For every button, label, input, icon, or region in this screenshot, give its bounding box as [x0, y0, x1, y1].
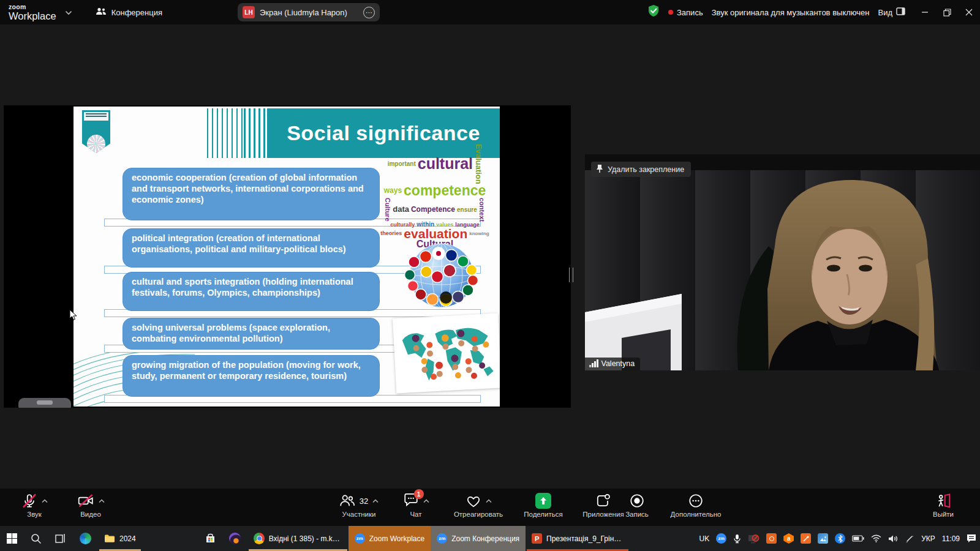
record-button[interactable]: Запись — [617, 492, 657, 518]
tab-meeting[interactable]: Конференция — [96, 7, 162, 18]
share-label: Поделиться — [524, 511, 563, 518]
close-button[interactable] — [958, 0, 980, 24]
participants-options-chevron[interactable] — [372, 499, 379, 503]
start-button[interactable] — [0, 526, 24, 551]
shared-screen-area: Social significance economic cooperation… — [4, 105, 571, 408]
edge-icon — [80, 533, 91, 544]
zoom-workplace-title: Zoom Workplace — [369, 534, 424, 543]
video-button[interactable]: Видео — [69, 492, 113, 518]
react-options-chevron[interactable] — [486, 499, 492, 503]
tab-meeting-label: Конференция — [111, 8, 162, 17]
sharer-initials-badge: LH — [243, 6, 255, 18]
recording-indicator[interactable]: Запись — [668, 8, 703, 17]
tray-wifi-icon[interactable] — [871, 534, 881, 542]
slide-bullet: cultural and sports integration (holding… — [123, 272, 380, 311]
wordcloud-word: data — [393, 206, 409, 213]
meeting-toolbar: Звук Видео 32 — [0, 489, 980, 526]
powerpoint-title: Презентація_9_Грінч... — [546, 534, 624, 543]
leave-button[interactable]: Выйти — [924, 492, 963, 518]
floating-control-pill[interactable] — [18, 398, 71, 408]
participant-name-badge: Valentyna — [585, 358, 640, 370]
participant-video-frame — [585, 154, 980, 370]
tray-volume-icon[interactable] — [888, 534, 899, 543]
minimize-button[interactable] — [914, 0, 936, 24]
video-options-chevron[interactable] — [99, 499, 105, 503]
tray-clock[interactable]: 11:09 — [942, 534, 960, 543]
tray-bluetooth-icon[interactable] — [835, 533, 845, 544]
recording-label: Запись — [677, 8, 703, 17]
folder-icon — [104, 534, 115, 543]
edge-browser-button[interactable] — [73, 526, 98, 551]
participants-icon — [96, 7, 107, 18]
chat-options-chevron[interactable] — [423, 499, 429, 503]
windows-taskbar: 2024 Вхідні (1 385) - m.koz... — [0, 526, 980, 551]
more-options-icon[interactable]: ⋯ — [363, 7, 375, 18]
more-icon — [688, 493, 704, 508]
chat-label: Чат — [410, 511, 421, 518]
tray-language-label[interactable]: УКР — [921, 534, 935, 543]
taskbar-search-button[interactable] — [24, 526, 48, 551]
tray-camera-app-icon[interactable] — [766, 533, 777, 544]
browser-purple-icon — [229, 533, 241, 544]
taskbar-app-powerpoint[interactable]: P Презентація_9_Грінч... — [526, 526, 630, 551]
camera-off-icon — [77, 493, 94, 509]
taskbar-app-folder-2024[interactable]: 2024 — [98, 526, 142, 551]
tray-language-badge[interactable]: UK — [699, 534, 710, 543]
globe-flags-image — [391, 236, 492, 315]
share-button[interactable]: Поделиться — [516, 492, 571, 518]
task-view-icon — [55, 534, 66, 544]
logo-text-large: Workplace — [9, 11, 56, 21]
audio-button[interactable]: Звук — [15, 492, 54, 518]
wordcloud-word: Culture — [385, 198, 391, 222]
pinned-participant-video[interactable]: Удалить закрепление Valentyna — [585, 154, 980, 370]
share-screen-icon — [535, 493, 551, 509]
unpin-button[interactable]: Удалить закрепление — [591, 162, 691, 177]
presentation-slide: Social significance economic cooperation… — [74, 107, 500, 407]
tray-microphone-icon[interactable] — [733, 534, 741, 544]
wordcloud-word: cultural — [418, 157, 473, 171]
more-label: Дополнительно — [671, 511, 722, 518]
slide-bullet: political integration (creation of inter… — [123, 228, 380, 268]
task-view-button[interactable] — [48, 526, 73, 551]
tray-battery-icon[interactable] — [852, 535, 864, 542]
title-bar: zoom Workplace Конференция LH Экран (Liu… — [0, 0, 980, 24]
tray-photos-icon[interactable] — [818, 533, 828, 544]
wordcloud-word: context — [479, 198, 485, 222]
chevron-down-icon[interactable] — [65, 7, 72, 18]
restore-button[interactable] — [936, 0, 958, 24]
chat-unread-badge: 1 — [414, 489, 424, 499]
tray-rocket-app-icon[interactable] — [801, 533, 811, 544]
chat-button[interactable]: 1 Чат — [396, 492, 436, 518]
wordcloud-image: importantculturalEvaluationwayscompetenc… — [380, 163, 490, 230]
shared-screen-label: Экран (Liudmyla Hapon) — [260, 8, 358, 17]
more-button[interactable]: Дополнительно — [662, 492, 730, 518]
security-shield-icon[interactable] — [647, 4, 660, 20]
wordcloud-word: Competence — [411, 206, 455, 213]
apps-icon — [595, 493, 611, 508]
taskbar-app-chrome-mail[interactable]: Вхідні (1 385) - m.koz... — [247, 526, 349, 551]
browser-purple-button[interactable] — [222, 526, 247, 551]
participants-label: Участники — [342, 511, 376, 518]
tray-pen-icon[interactable] — [905, 534, 914, 543]
original-sound-status: Звук оригинала для музыкантов выключен — [712, 8, 870, 17]
tray-avast-icon[interactable]: a — [783, 533, 794, 544]
zoom-meeting-title: Zoom Конференция — [451, 534, 519, 543]
slide-bullet: economic cooperation (creation of global… — [123, 168, 380, 220]
taskbar-app-zoom-workplace[interactable]: zm Zoom Workplace — [349, 526, 431, 551]
action-center-icon[interactable] — [967, 534, 976, 543]
tray-zoom-icon[interactable]: zm — [716, 533, 726, 544]
react-button[interactable]: Отреагировать — [445, 492, 512, 518]
wordcloud-word: ensure — [457, 207, 477, 213]
participants-icon — [339, 493, 355, 508]
tab-shared-screen[interactable]: LH Экран (Liudmyla Hapon) ⋯ — [238, 3, 380, 21]
microphone-muted-icon — [21, 493, 37, 509]
taskbar-app-zoom-meeting[interactable]: zm Zoom Конференция — [431, 526, 526, 551]
store-button[interactable] — [198, 526, 222, 551]
audio-options-chevron[interactable] — [42, 499, 48, 503]
video-label: Видео — [80, 511, 101, 518]
participants-button[interactable]: 32 Участники — [330, 492, 388, 518]
panel-resize-handle[interactable] — [569, 268, 573, 282]
wordcloud-word: theories — [380, 231, 402, 236]
tray-screen-blocked-icon[interactable] — [748, 534, 760, 544]
view-button[interactable]: Вид — [878, 7, 905, 17]
